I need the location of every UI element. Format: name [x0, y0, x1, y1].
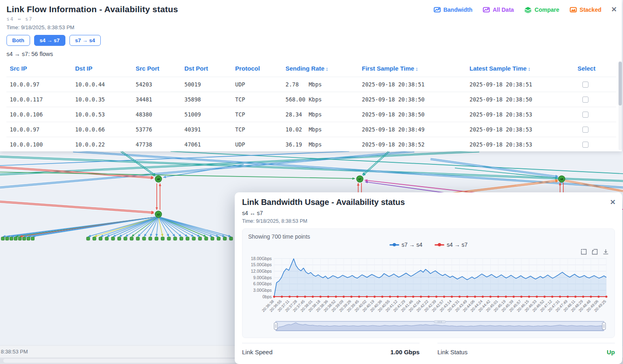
- legend-item-s7-s4[interactable]: s7 → s4: [389, 241, 422, 248]
- restore-icon[interactable]: [592, 249, 598, 255]
- filter-button-0[interactable]: Both: [6, 35, 30, 46]
- link-speed-label: Link Speed: [242, 349, 273, 355]
- filter-button-1[interactable]: s4 → s7: [34, 35, 65, 46]
- cell-src_port: 47738: [132, 137, 181, 151]
- datazoom-left-handle[interactable]: [274, 323, 277, 330]
- column-header-3: Dst Port: [181, 60, 232, 77]
- switch-node-s7[interactable]: [357, 176, 363, 182]
- host-node[interactable]: [198, 237, 201, 240]
- host-node[interactable]: [6, 237, 9, 240]
- host-node[interactable]: [149, 237, 152, 240]
- datazoom-right-handle[interactable]: [602, 323, 606, 330]
- modal-footer: Link Speed 1.00 Gbps Link Status Up: [242, 343, 615, 355]
- column-header-2: Src Port: [132, 60, 181, 77]
- host-node[interactable]: [211, 237, 214, 240]
- switch-node-s6[interactable]: [155, 176, 162, 182]
- host-node[interactable]: [192, 237, 195, 240]
- svg-text:9.00Gbps: 9.00Gbps: [253, 275, 272, 280]
- sort-icon: ↕: [415, 66, 418, 72]
- host-node[interactable]: [130, 237, 133, 240]
- legend-item-s4-s7[interactable]: s4 → s7: [435, 241, 467, 248]
- host-node[interactable]: [155, 237, 158, 240]
- table-scrollbar[interactable]: [619, 61, 622, 150]
- flow-table-header-row: Src IPDst IPSrc PortDst PortProtocolSend…: [6, 60, 616, 77]
- link-status-row: Link Status Up: [437, 343, 615, 355]
- host-node[interactable]: [10, 237, 13, 240]
- host-node[interactable]: [118, 237, 121, 240]
- sort-icon: ↕: [528, 66, 531, 72]
- table-scrollbar-thumb[interactable]: [619, 62, 622, 106]
- cell-select: [574, 122, 616, 137]
- host-node[interactable]: [105, 237, 108, 240]
- close-icon[interactable]: ✕: [611, 5, 617, 14]
- flow-table-wrap: Src IPDst IPSrc PortDst PortProtocolSend…: [6, 60, 616, 151]
- cell-latest: 2025-09-18 20:38:53: [466, 107, 574, 122]
- column-header-4: Protocol: [232, 60, 282, 77]
- host-node[interactable]: [167, 237, 171, 240]
- download-icon[interactable]: [603, 249, 609, 255]
- host-node[interactable]: [27, 237, 30, 240]
- zoom-select-icon[interactable]: [581, 249, 587, 255]
- switch-node-label: s2: [157, 213, 160, 216]
- chart-datazoom-navigator[interactable]: [273, 320, 606, 332]
- all-data-button-label: All Data: [493, 6, 514, 13]
- host-node[interactable]: [186, 237, 189, 240]
- bandwidth-button[interactable]: Bandwidth: [434, 6, 473, 13]
- host-node[interactable]: [217, 237, 220, 240]
- row-select-checkbox[interactable]: [582, 82, 588, 88]
- compare-button[interactable]: Compare: [524, 6, 559, 13]
- host-node[interactable]: [93, 237, 96, 240]
- column-header-5[interactable]: Sending Rate↕: [282, 60, 359, 77]
- host-node[interactable]: [180, 237, 183, 240]
- cell-first: 2025-09-18 20:38:50: [359, 92, 466, 107]
- host-node[interactable]: [124, 237, 127, 240]
- host-node[interactable]: [87, 237, 90, 240]
- host-node[interactable]: [31, 237, 35, 240]
- row-select-checkbox[interactable]: [582, 97, 588, 103]
- flow-table: Src IPDst IPSrc PortDst PortProtocolSend…: [6, 60, 616, 151]
- host-node[interactable]: [18, 237, 22, 240]
- host-node[interactable]: [173, 237, 177, 240]
- host-node[interactable]: [161, 237, 164, 240]
- column-header-6[interactable]: First Sample Time↕: [359, 60, 466, 77]
- bandwidth-modal: Link Bandwidth Usage - Availability stat…: [235, 192, 622, 364]
- link-status-badge: Up: [607, 349, 615, 355]
- chart-mode-toolbar: Bandwidth All Data Compare Stacked ✕: [434, 5, 617, 14]
- host-node[interactable]: [14, 237, 17, 240]
- host-node[interactable]: [136, 237, 139, 240]
- host-node[interactable]: [1, 237, 4, 240]
- table-row[interactable]: 10.0.0.9710.0.0.665377640391TCP10.02 Mbp…: [6, 122, 616, 137]
- all-data-button[interactable]: All Data: [483, 6, 514, 13]
- host-node[interactable]: [205, 237, 208, 240]
- host-node[interactable]: [223, 237, 227, 240]
- host-node[interactable]: [23, 237, 26, 240]
- svg-text:18.00Gbps: 18.00Gbps: [251, 256, 272, 261]
- svg-text:12.00Gbps: 12.00Gbps: [251, 269, 272, 274]
- cell-select: [574, 137, 616, 151]
- host-node[interactable]: [99, 237, 102, 240]
- cell-rate: 10.02 Mbps: [282, 122, 359, 137]
- cell-rate: 568.00 Kbps: [282, 92, 359, 107]
- close-icon[interactable]: ✕: [610, 198, 616, 207]
- table-row[interactable]: 10.0.0.10610.0.0.534838051009TCP28.34 Mb…: [6, 107, 616, 122]
- host-node[interactable]: [229, 237, 233, 240]
- cell-src_port: 34481: [132, 92, 181, 107]
- host-node[interactable]: [111, 237, 115, 240]
- column-header-0: Src IP: [6, 60, 72, 77]
- bandwidth-chart[interactable]: 18.00Gbps15.00Gbps12.00Gbps9.00Gbps6.00G…: [248, 255, 609, 318]
- host-node[interactable]: [143, 237, 146, 240]
- table-row[interactable]: 10.0.0.9710.0.0.445420350019UDP2.78 Mbps…: [6, 77, 616, 92]
- cell-first: 2025-09-18 20:38:51: [359, 77, 466, 92]
- row-select-checkbox[interactable]: [582, 142, 588, 148]
- table-row[interactable]: 10.0.0.10010.0.0.224773847061UDP36.19 Mb…: [6, 137, 616, 151]
- chart-toolbox: [248, 249, 609, 255]
- switch-node-s8[interactable]: [558, 176, 565, 182]
- row-select-checkbox[interactable]: [582, 112, 588, 118]
- cell-first: 2025-09-18 20:38:50: [359, 107, 466, 122]
- column-header-7[interactable]: Latest Sample Time↕: [466, 60, 574, 77]
- row-select-checkbox[interactable]: [582, 127, 588, 133]
- filter-button-2[interactable]: s7 → s4: [69, 35, 101, 46]
- switch-node-s2[interactable]: [155, 211, 162, 218]
- stacked-button[interactable]: Stacked: [570, 6, 601, 13]
- table-row[interactable]: 10.0.0.11710.0.0.353448135898TCP568.00 K…: [6, 92, 616, 107]
